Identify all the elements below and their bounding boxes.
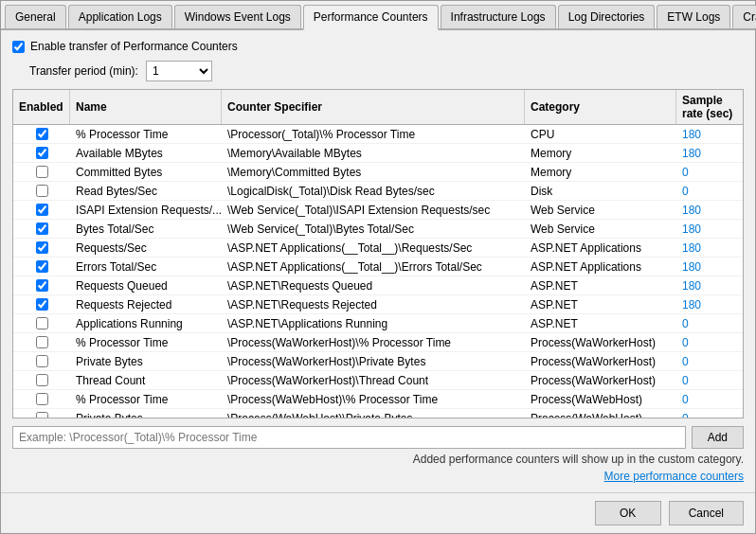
dialog: General Application Logs Windows Event L… bbox=[0, 0, 756, 534]
cell-rate: 180 bbox=[676, 220, 743, 238]
enable-row: Enable transfer of Performance Counters bbox=[12, 40, 744, 53]
cell-rate: 180 bbox=[676, 201, 743, 219]
enable-label: Enable transfer of Performance Counters bbox=[30, 40, 238, 53]
cell-category: Disk bbox=[525, 182, 676, 200]
row-checkbox[interactable] bbox=[36, 222, 48, 235]
cell-name: Errors Total/Sec bbox=[70, 258, 222, 276]
row-checkbox[interactable] bbox=[36, 355, 48, 367]
row-checkbox[interactable] bbox=[36, 412, 48, 418]
cell-specifier: \ASP.NET Applications(__Total__)\Request… bbox=[222, 239, 525, 257]
table-row: Private Bytes\Process(WaWorkerHost)\Priv… bbox=[13, 352, 743, 371]
perf-counters-table: Enabled Name Counter Specifier Category … bbox=[12, 89, 744, 418]
table-row: ISAPI Extension Requests/...\Web Service… bbox=[13, 201, 743, 220]
cell-rate: 0 bbox=[676, 182, 743, 200]
tab-general[interactable]: General bbox=[5, 5, 66, 28]
cell-name: Committed Bytes bbox=[70, 163, 222, 181]
cell-rate: 0 bbox=[676, 371, 743, 389]
cell-enabled[interactable] bbox=[13, 371, 70, 389]
cell-category: Memory bbox=[525, 144, 676, 162]
cell-enabled[interactable] bbox=[13, 333, 70, 351]
cell-enabled[interactable] bbox=[13, 409, 70, 418]
table-row: % Processor Time\Process(WaWorkerHost)\%… bbox=[13, 333, 743, 352]
cancel-button[interactable]: Cancel bbox=[669, 501, 744, 525]
row-checkbox[interactable] bbox=[36, 204, 48, 216]
row-checkbox[interactable] bbox=[36, 374, 48, 386]
table-row: Requests/Sec\ASP.NET Applications(__Tota… bbox=[13, 239, 743, 258]
tab-infra-logs[interactable]: Infrastructure Logs bbox=[441, 5, 556, 28]
cell-name: Requests/Sec bbox=[70, 239, 222, 257]
col-specifier: Counter Specifier bbox=[222, 90, 525, 124]
table-row: Requests Queued\ASP.NET\Requests QueuedA… bbox=[13, 276, 743, 295]
cell-specifier: \LogicalDisk(_Total)\Disk Read Bytes/sec bbox=[222, 182, 525, 200]
tab-perf-counters[interactable]: Performance Counters bbox=[303, 5, 439, 30]
table-row: Private Bytes\Process(WaWebHost)\Private… bbox=[13, 409, 743, 418]
col-enabled: Enabled bbox=[13, 90, 70, 124]
cell-enabled[interactable] bbox=[13, 144, 70, 162]
table-row: % Processor Time\Process(WaWebHost)\% Pr… bbox=[13, 390, 743, 409]
tab-crash-dumps[interactable]: Crash Dumps bbox=[732, 5, 756, 28]
cell-specifier: \Web Service(_Total)\Bytes Total/Sec bbox=[222, 220, 525, 238]
cell-category: ASP.NET Applications bbox=[525, 258, 676, 276]
cell-enabled[interactable] bbox=[13, 276, 70, 294]
cell-specifier: \ASP.NET\Applications Running bbox=[222, 314, 525, 332]
cell-specifier: \Web Service(_Total)\ISAPI Extension Req… bbox=[222, 201, 525, 219]
row-checkbox[interactable] bbox=[36, 317, 48, 329]
cell-enabled[interactable] bbox=[13, 258, 70, 276]
cell-enabled[interactable] bbox=[13, 352, 70, 370]
tab-app-logs[interactable]: Application Logs bbox=[68, 5, 172, 28]
table-row: Requests Rejected\ASP.NET\Requests Rejec… bbox=[13, 295, 743, 314]
cell-specifier: \Memory\Committed Bytes bbox=[222, 163, 525, 181]
cell-enabled[interactable] bbox=[13, 182, 70, 200]
row-checkbox[interactable] bbox=[36, 336, 48, 348]
cell-specifier: \Process(WaWorkerHost)\Private Bytes bbox=[222, 352, 525, 370]
cell-category: Web Service bbox=[525, 220, 676, 238]
row-checkbox[interactable] bbox=[36, 166, 48, 178]
table-row: Errors Total/Sec\ASP.NET Applications(__… bbox=[13, 258, 743, 276]
col-category: Category bbox=[525, 90, 676, 124]
tab-etw-logs[interactable]: ETW Logs bbox=[657, 5, 730, 28]
cell-specifier: \Process(WaWorkerHost)\% Processor Time bbox=[222, 333, 525, 351]
row-checkbox[interactable] bbox=[36, 260, 48, 273]
table-header: Enabled Name Counter Specifier Category … bbox=[13, 90, 743, 125]
row-checkbox[interactable] bbox=[36, 241, 48, 254]
cell-category: ASP.NET bbox=[525, 295, 676, 313]
row-checkbox[interactable] bbox=[36, 393, 48, 405]
add-row: Add bbox=[12, 426, 744, 449]
cell-rate: 180 bbox=[676, 125, 743, 143]
table-body[interactable]: % Processor Time\Processor(_Total)\% Pro… bbox=[13, 125, 743, 418]
row-checkbox[interactable] bbox=[36, 279, 48, 292]
cell-category: Process(WaWebHost) bbox=[525, 390, 676, 408]
row-checkbox[interactable] bbox=[36, 298, 48, 311]
cell-enabled[interactable] bbox=[13, 314, 70, 332]
cell-rate: 180 bbox=[676, 239, 743, 257]
cell-enabled[interactable] bbox=[13, 239, 70, 257]
more-link[interactable]: More performance counters bbox=[12, 470, 744, 483]
ok-button[interactable]: OK bbox=[595, 501, 661, 525]
row-checkbox[interactable] bbox=[36, 185, 48, 197]
tab-bar: General Application Logs Windows Event L… bbox=[1, 1, 755, 30]
cell-enabled[interactable] bbox=[13, 295, 70, 313]
tab-log-dirs[interactable]: Log Directories bbox=[558, 5, 656, 28]
transfer-period-select[interactable]: 1 5 10 bbox=[146, 61, 212, 81]
add-button[interactable]: Add bbox=[692, 426, 744, 449]
cell-category: ASP.NET bbox=[525, 314, 676, 332]
enable-checkbox[interactable] bbox=[12, 41, 25, 53]
add-counter-input[interactable] bbox=[12, 426, 686, 449]
cell-name: ISAPI Extension Requests/... bbox=[70, 201, 222, 219]
cell-specifier: \ASP.NET\Requests Queued bbox=[222, 276, 525, 294]
cell-enabled[interactable] bbox=[13, 220, 70, 238]
table-row: Applications Running\ASP.NET\Application… bbox=[13, 314, 743, 333]
row-checkbox[interactable] bbox=[36, 128, 48, 140]
cell-specifier: \Process(WaWebHost)\Private Bytes bbox=[222, 409, 525, 418]
table-row: % Processor Time\Processor(_Total)\% Pro… bbox=[13, 125, 743, 144]
cell-enabled[interactable] bbox=[13, 390, 70, 408]
cell-enabled[interactable] bbox=[13, 163, 70, 181]
tab-win-event-logs[interactable]: Windows Event Logs bbox=[174, 5, 301, 28]
cell-rate: 180 bbox=[676, 144, 743, 162]
cell-enabled[interactable] bbox=[13, 201, 70, 219]
cell-enabled[interactable] bbox=[13, 125, 70, 143]
row-checkbox[interactable] bbox=[36, 147, 48, 159]
cell-name: % Processor Time bbox=[70, 390, 222, 408]
cell-name: Requests Queued bbox=[70, 276, 222, 294]
cell-rate: 0 bbox=[676, 333, 743, 351]
